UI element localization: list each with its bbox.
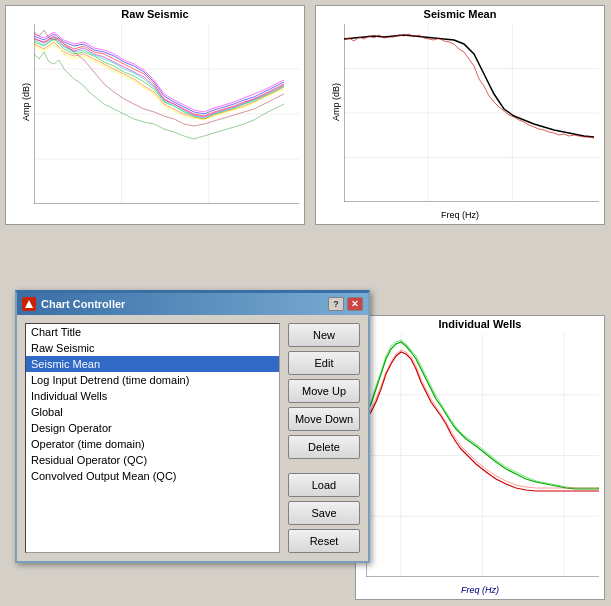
- button-spacer: [288, 463, 360, 469]
- move-up-button[interactable]: Move Up: [288, 379, 360, 403]
- save-button[interactable]: Save: [288, 501, 360, 525]
- buttons-panel: NewEditMove UpMove DownDeleteLoadSaveRes…: [288, 323, 360, 553]
- raw-seismic-svg: 100 50 50 100: [34, 24, 299, 204]
- edit-button[interactable]: Edit: [288, 351, 360, 375]
- move-down-button[interactable]: Move Down: [288, 407, 360, 431]
- svg-marker-33: [25, 300, 33, 308]
- list-item[interactable]: Seismic Mean: [26, 356, 279, 372]
- dialog-titlebar: Chart Controller ? ✕: [17, 293, 368, 315]
- new-button[interactable]: New: [288, 323, 360, 347]
- chart-raw-seismic: Raw Seismic Amp (dB) 100 50 50 100: [5, 5, 305, 225]
- delete-button[interactable]: Delete: [288, 435, 360, 459]
- list-item[interactable]: Raw Seismic: [26, 340, 279, 356]
- individual-wells-title: Individual Wells: [356, 316, 604, 332]
- dialog-close-button[interactable]: ✕: [347, 297, 363, 311]
- dialog-app-icon: [22, 297, 36, 311]
- dialog-title-text: Chart Controller: [41, 298, 125, 310]
- individual-wells-xlabel: Freq (Hz): [461, 585, 499, 595]
- seismic-mean-ylabel: Amp (dB): [331, 83, 341, 121]
- dialog-help-button[interactable]: ?: [328, 297, 344, 311]
- list-item[interactable]: Global: [26, 404, 279, 420]
- list-item[interactable]: Individual Wells: [26, 388, 279, 404]
- list-item[interactable]: Residual Operator (QC): [26, 452, 279, 468]
- list-item[interactable]: Operator (time domain): [26, 436, 279, 452]
- chart-seismic-mean: Seismic Mean Amp (dB) Freq (Hz) 80 60 50…: [315, 5, 605, 225]
- seismic-mean-xlabel: Freq (Hz): [441, 210, 479, 220]
- list-item[interactable]: Chart Title: [26, 324, 279, 340]
- chart-controller-dialog: Chart Controller ? ✕ Chart TitleRaw Seis…: [15, 290, 370, 563]
- raw-seismic-title: Raw Seismic: [6, 6, 304, 22]
- items-list[interactable]: Chart TitleRaw SeismicSeismic MeanLog In…: [25, 323, 280, 553]
- list-item[interactable]: Convolved Output Mean (QC): [26, 468, 279, 484]
- seismic-mean-title: Seismic Mean: [316, 6, 604, 22]
- dialog-body: Chart TitleRaw SeismicSeismic MeanLog In…: [17, 315, 368, 561]
- dialog-title-buttons: ? ✕: [328, 297, 363, 311]
- charts-area: Raw Seismic Amp (dB) 100 50 50 100: [0, 0, 611, 606]
- chart-individual-wells: Individual Wells Freq (Hz) 1 10 100: [355, 315, 605, 600]
- list-item[interactable]: Log Input Detrend (time domain): [26, 372, 279, 388]
- list-item[interactable]: Design Operator: [26, 420, 279, 436]
- reset-button[interactable]: Reset: [288, 529, 360, 553]
- individual-wells-svg: 1 10 100: [366, 334, 599, 577]
- raw-seismic-ylabel: Amp (dB): [21, 83, 31, 121]
- seismic-mean-svg: 80 60 50 100: [344, 24, 599, 202]
- load-button[interactable]: Load: [288, 473, 360, 497]
- dialog-title-left: Chart Controller: [22, 297, 125, 311]
